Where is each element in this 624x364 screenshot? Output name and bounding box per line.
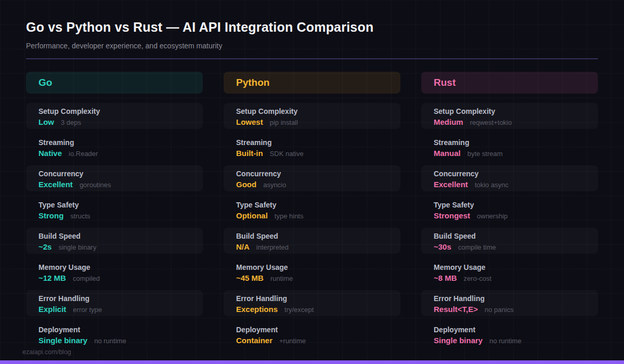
row-label: Type Safety [236, 200, 388, 210]
row-value-line: ~8 MBzero-cost [434, 274, 586, 282]
comparison-row: Type SafetyStrongestownership [421, 197, 598, 223]
row-label: Concurrency [38, 169, 190, 179]
row-value-line: Optionaltype hints [236, 211, 388, 220]
column-go: Go Setup ComplexityLow3 depsStreamingNat… [26, 72, 203, 353]
row-note: io.Reader [69, 150, 98, 158]
comparison-row: StreamingNativeio.Reader [26, 134, 203, 160]
row-label: Setup Complexity [236, 107, 388, 116]
row-value-line: Result<T,E>no panics [434, 305, 586, 314]
row-note: goroutines [80, 181, 111, 189]
row-note: reqwest+tokio [470, 119, 512, 126]
row-note: +runtime [279, 337, 306, 345]
row-value: Manual [434, 149, 461, 158]
comparison-row: ConcurrencyExcellentgoroutines [26, 165, 203, 191]
row-value: ~2s [38, 242, 51, 251]
page-subtitle: Performance, developer experience, and e… [26, 42, 598, 50]
comparison-row: Setup ComplexityLow3 deps [26, 103, 203, 129]
row-value-line: Strongestownership [434, 211, 586, 220]
row-label: Error Handling [38, 294, 190, 304]
comparison-row: Build Speed~30scompile time [421, 228, 598, 254]
row-label: Memory Usage [434, 263, 586, 272]
row-note: zero-cost [464, 275, 491, 282]
row-label: Setup Complexity [38, 107, 190, 116]
column-title: Python [236, 77, 269, 88]
comparison-row: Error HandlingResult<T,E>no panics [421, 290, 598, 316]
row-label: Deployment [434, 325, 586, 335]
comparison-row: Type SafetyOptionaltype hints [224, 197, 400, 223]
row-note: pip install [270, 119, 298, 126]
footer-url: ezaiapi.com/blog [22, 348, 71, 356]
row-note: structs [70, 212, 90, 220]
row-value: ~8 MB [434, 274, 457, 282]
row-label: Type Safety [38, 200, 190, 210]
page-title: Go vs Python vs Rust — AI API Integratio… [26, 20, 598, 35]
column-title: Rust [434, 77, 456, 88]
row-value-line: Excellenttokio async [434, 180, 586, 189]
row-label: Error Handling [434, 294, 586, 304]
comparison-row: ConcurrencyGoodasyncio [224, 165, 400, 191]
column-rows: Setup ComplexityLowestpip installStreami… [224, 103, 400, 347]
row-note: asyncio [263, 181, 286, 189]
comparison-row: StreamingBuilt-inSDK native [224, 134, 400, 160]
row-note: single binary [58, 243, 96, 251]
row-value-line: Single binaryno runtime [434, 336, 586, 345]
row-value: Low [38, 118, 54, 126]
row-value-line: Container+runtime [236, 336, 388, 345]
comparison-row: Build Speed~2ssingle binary [26, 228, 203, 254]
row-note: tokio async [475, 181, 509, 189]
row-label: Streaming [434, 138, 586, 148]
row-note: compile time [458, 243, 496, 251]
comparison-row: Memory Usage~45 MBruntime [224, 259, 400, 285]
comparison-row: DeploymentSingle binaryno runtime [26, 321, 203, 347]
row-value: Excellent [38, 180, 73, 189]
row-value-line: N/Ainterpreted [236, 242, 388, 251]
row-note: no runtime [489, 337, 521, 345]
row-value: Native [38, 149, 62, 158]
row-value: Single binary [434, 336, 483, 345]
comparison-row: Type SafetyStrongstructs [26, 197, 203, 223]
row-value-line: ~2ssingle binary [38, 242, 190, 251]
row-label: Memory Usage [38, 263, 190, 272]
row-label: Setup Complexity [434, 107, 586, 116]
row-note: error type [73, 306, 102, 314]
column-rust: Rust Setup ComplexityMediumreqwest+tokio… [421, 72, 598, 353]
row-value-line: ~30scompile time [434, 242, 586, 251]
comparison-row: Setup ComplexityMediumreqwest+tokio [421, 103, 598, 129]
row-value: Lowest [236, 118, 263, 126]
comparison-row: Build SpeedN/Ainterpreted [224, 228, 400, 254]
row-value: Strong [38, 211, 63, 220]
row-note: no panics [485, 306, 514, 314]
row-value-line: Exceptionstry/except [236, 305, 388, 314]
row-note: no runtime [94, 337, 126, 345]
comparison-row: Memory Usage~8 MBzero-cost [421, 259, 598, 285]
row-value: Good [236, 180, 256, 189]
row-note: ownership [477, 212, 508, 220]
comparison-row: DeploymentSingle binaryno runtime [421, 321, 598, 347]
row-note: 3 deps [61, 119, 81, 126]
row-label: Build Speed [38, 231, 190, 241]
row-value-line: Built-inSDK native [236, 149, 388, 158]
row-label: Concurrency [434, 169, 586, 179]
row-value-line: Manualbyte stream [434, 149, 586, 158]
row-note: type hints [275, 212, 304, 220]
row-value: Strongest [434, 211, 470, 220]
comparison-row: ConcurrencyExcellenttokio async [421, 165, 598, 191]
row-value-line: Mediumreqwest+tokio [434, 118, 586, 126]
row-note: compiled [73, 275, 100, 282]
comparison-grid: Go Setup ComplexityLow3 depsStreamingNat… [0, 59, 624, 353]
row-label: Streaming [38, 138, 190, 148]
comparison-row: Error HandlingExpliciterror type [26, 290, 203, 316]
row-value-line: Nativeio.Reader [38, 149, 190, 158]
column-header-go: Go [26, 72, 203, 94]
row-value: ~30s [434, 242, 451, 251]
row-value: Excellent [434, 180, 468, 189]
row-label: Type Safety [434, 200, 586, 210]
row-value: Medium [434, 118, 463, 126]
column-rows: Setup ComplexityMediumreqwest+tokioStrea… [421, 103, 598, 347]
row-value-line: ~12 MBcompiled [38, 274, 190, 282]
row-value-line: Lowestpip install [236, 118, 388, 126]
row-label: Error Handling [236, 294, 388, 304]
column-title: Go [38, 77, 52, 88]
row-label: Deployment [38, 325, 190, 335]
comparison-row: StreamingManualbyte stream [421, 134, 598, 160]
